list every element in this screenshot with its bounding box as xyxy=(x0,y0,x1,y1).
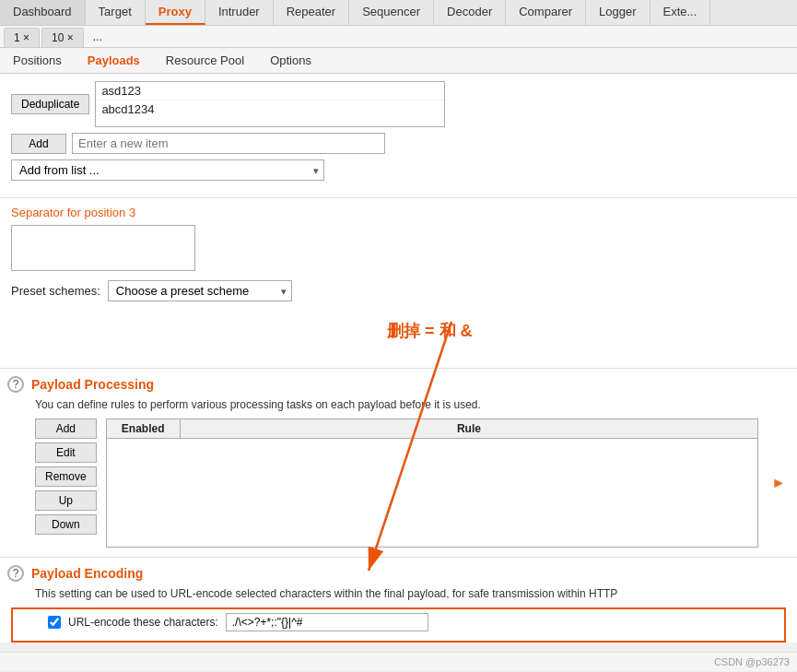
processing-description: You can define rules to perform various … xyxy=(0,396,797,419)
separator-section: Separator for position 3 Preset schemes:… xyxy=(0,197,797,312)
processing-buttons: Add Edit Remove Up Down xyxy=(35,419,97,548)
add-from-list-row: Add from list ... xyxy=(11,159,786,181)
processing-edit-button[interactable]: Edit xyxy=(35,442,97,463)
add-button[interactable]: Add xyxy=(11,134,66,154)
payload-list-area: Deduplicate asd123 abcd1234 Add Add from… xyxy=(0,74,797,197)
proc-arrow-icon: ► xyxy=(771,475,786,491)
sub-nav: Positions Payloads Resource Pool Options xyxy=(0,48,797,74)
url-encode-input[interactable] xyxy=(226,613,428,631)
add-from-list-dropdown[interactable]: Add from list ... xyxy=(11,159,324,181)
nav-decoder[interactable]: Decoder xyxy=(434,0,506,25)
main-content: Deduplicate asd123 abcd1234 Add Add from… xyxy=(0,74,797,643)
processing-table: Enabled Rule xyxy=(106,419,758,548)
nav-sequencer[interactable]: Sequencer xyxy=(349,0,434,25)
annotation-text: 删掉 = 和 & xyxy=(387,320,473,342)
nav-comparer[interactable]: Comparer xyxy=(506,0,586,25)
encoding-description: This setting can be used to URL-encode s… xyxy=(0,585,797,607)
encoding-title: Payload Encoding xyxy=(31,566,143,581)
nav-repeater[interactable]: Repeater xyxy=(274,0,349,25)
col-rule-header: Rule xyxy=(181,419,757,438)
processing-header: ? Payload Processing xyxy=(0,368,797,396)
encoding-row: URL-encode these characters: xyxy=(11,607,786,643)
nav-logger[interactable]: Logger xyxy=(586,0,650,25)
processing-area: Add Edit Remove Up Down Enabled Rule ► xyxy=(0,419,797,557)
top-nav: Dashboard Target Proxy Intruder Repeater… xyxy=(0,0,797,26)
encoding-header: ? Payload Encoding xyxy=(0,557,797,585)
processing-down-button[interactable]: Down xyxy=(35,514,97,535)
preset-dropdown[interactable]: Choose a preset scheme xyxy=(108,280,292,301)
footer-credit: CSDN @p36273 xyxy=(714,656,790,667)
list-item: asd123 xyxy=(96,82,444,100)
processing-table-header: Enabled Rule xyxy=(107,419,757,439)
tab-bar: 1 × 10 × ... xyxy=(0,26,797,48)
list-item: abcd1234 xyxy=(96,100,444,118)
subnav-options[interactable]: Options xyxy=(264,52,317,69)
separator-textarea[interactable] xyxy=(11,225,195,271)
separator-label: Separator for position 3 xyxy=(11,206,786,219)
payload-processing-section: ? Payload Processing You can define rule… xyxy=(0,368,797,557)
encoding-help-icon[interactable]: ? xyxy=(7,565,24,582)
subnav-payloads[interactable]: Payloads xyxy=(82,52,146,69)
url-encode-label: URL-encode these characters: xyxy=(68,616,218,629)
annotation-area: 删掉 = 和 & xyxy=(0,312,797,368)
processing-title: Payload Processing xyxy=(31,377,154,392)
tab-10[interactable]: 10 × xyxy=(41,28,84,47)
payload-encoding-section: ? Payload Encoding This setting can be u… xyxy=(0,557,797,643)
add-item-row: Add xyxy=(11,133,786,154)
payload-list-box: asd123 abcd1234 xyxy=(95,81,445,127)
proc-side-arrow: ► xyxy=(768,419,786,548)
processing-help-icon[interactable]: ? xyxy=(7,376,24,393)
nav-target[interactable]: Target xyxy=(86,0,146,25)
tab-ellipsis[interactable]: ... xyxy=(86,28,110,47)
tab-1[interactable]: 1 × xyxy=(4,28,40,47)
nav-intruder[interactable]: Intruder xyxy=(205,0,274,25)
preset-label: Preset schemes: xyxy=(11,284,100,298)
deduplicate-row: Deduplicate asd123 abcd1234 xyxy=(11,81,786,127)
add-from-list-wrapper: Add from list ... xyxy=(11,159,324,181)
nav-proxy[interactable]: Proxy xyxy=(146,0,205,25)
subnav-positions[interactable]: Positions xyxy=(7,52,67,69)
processing-up-button[interactable]: Up xyxy=(35,490,97,511)
preset-dropdown-wrapper: Choose a preset scheme xyxy=(108,280,292,301)
add-item-input[interactable] xyxy=(72,133,385,154)
processing-add-button[interactable]: Add xyxy=(35,419,97,439)
processing-remove-button[interactable]: Remove xyxy=(35,466,97,487)
col-enabled-header: Enabled xyxy=(107,419,181,438)
processing-table-body xyxy=(107,439,757,531)
nav-extensions[interactable]: Exte... xyxy=(650,0,711,25)
url-encode-checkbox[interactable] xyxy=(48,616,61,629)
subnav-resource-pool[interactable]: Resource Pool xyxy=(160,52,250,69)
preset-row: Preset schemes: Choose a preset scheme xyxy=(11,280,786,301)
nav-dashboard[interactable]: Dashboard xyxy=(0,0,86,25)
footer: CSDN @p36273 xyxy=(0,652,797,671)
deduplicate-button[interactable]: Deduplicate xyxy=(11,94,89,114)
